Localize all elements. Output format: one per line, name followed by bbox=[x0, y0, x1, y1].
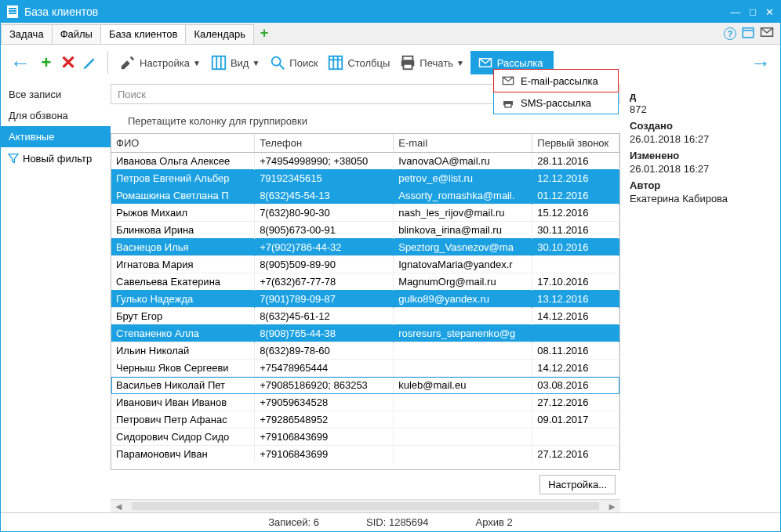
settings-menu[interactable]: Настройка ▼ bbox=[116, 52, 204, 73]
cell-email: Assorty_romashka@mail. bbox=[394, 187, 532, 204]
table-row[interactable]: Иванович Иван Иванов+7905963452827.12.20… bbox=[111, 394, 619, 411]
cell-tel: +79085186920; 863253 bbox=[255, 377, 394, 394]
columns-label: Столбцы bbox=[347, 57, 390, 69]
mailing-label: Рассылка bbox=[497, 57, 543, 69]
cell-tel: 79192345615 bbox=[255, 170, 394, 187]
svg-rect-14 bbox=[404, 64, 412, 69]
cell-call: 28.11.2016 bbox=[532, 153, 619, 170]
maximize-button[interactable]: □ bbox=[750, 6, 756, 18]
cell-email bbox=[394, 342, 532, 360]
add-button[interactable]: + bbox=[37, 53, 56, 72]
table-row[interactable]: Васильев Николай Пет+79085186920; 863253… bbox=[111, 377, 619, 394]
sidebar-item-2[interactable]: Активные bbox=[1, 126, 111, 147]
table-row[interactable]: Васнецов Илья+7(902)786-44-32Speztorg_Va… bbox=[111, 239, 619, 256]
cell-tel: 8(905)673-00-91 bbox=[255, 222, 394, 239]
tab-2[interactable]: База клиентов bbox=[100, 24, 186, 44]
tab-0[interactable]: Задача bbox=[1, 24, 53, 44]
cell-tel: 8(632)45-54-13 bbox=[255, 187, 394, 204]
cell-email: MagnumOrg@mail.ru bbox=[394, 273, 532, 291]
table-row[interactable]: Брут Егор8(632)45-61-1214.12.2016 bbox=[111, 308, 619, 325]
table-row[interactable]: Сидорович Сидор Сидо+79106843699 bbox=[111, 429, 619, 446]
cell-email bbox=[394, 360, 532, 377]
app-window: База клиентов — □ ✕ ЗадачаФайлыБаза клие… bbox=[0, 0, 781, 532]
cell-email bbox=[394, 429, 532, 446]
cell-email: nash_les_rijov@mail.ru bbox=[394, 204, 532, 222]
cell-email: petrov_e@list.ru bbox=[394, 170, 532, 187]
forward-button[interactable]: → bbox=[747, 51, 774, 75]
horizontal-scrollbar[interactable]: ◄► bbox=[111, 499, 620, 512]
table-row[interactable]: Игнатова Мария8(905)509-89-90IgnatovaMar… bbox=[111, 256, 619, 273]
col-tel[interactable]: Телефон bbox=[255, 134, 394, 153]
status-bar: Записей: 6 SID: 1285694 Архив 2 bbox=[1, 512, 780, 531]
tab-1[interactable]: Файлы bbox=[52, 24, 101, 44]
table-row[interactable]: Ильин Николай8(632)89-78-6008.11.2016 bbox=[111, 342, 619, 360]
sidebar-item-1[interactable]: Для обзвона bbox=[1, 105, 111, 126]
table-row[interactable]: Иванова Ольга Алексее+74954998990; +3805… bbox=[111, 153, 619, 170]
view-menu[interactable]: Вид ▼ bbox=[207, 52, 263, 73]
cell-call: 01.12.2016 bbox=[532, 187, 619, 204]
edit-button[interactable] bbox=[81, 53, 100, 72]
cell-fio: Петров Евгений Альбер bbox=[111, 170, 255, 187]
cell-email: kuleb@mail.eu bbox=[394, 377, 532, 394]
add-tab-button[interactable]: + bbox=[256, 26, 272, 42]
cell-fio: Васильев Николай Пет bbox=[111, 377, 255, 394]
columns-button[interactable]: Столбцы bbox=[324, 52, 393, 73]
titlebar: База клиентов — □ ✕ bbox=[1, 1, 780, 23]
header-row[interactable]: ФИО Телефон E-mail Первый звонок bbox=[111, 134, 619, 153]
sms-mailing-label: SMS-рассылка bbox=[521, 97, 591, 109]
cell-call bbox=[532, 325, 619, 342]
calendar-icon[interactable] bbox=[741, 25, 755, 42]
cell-tel: +75478965444 bbox=[255, 360, 394, 377]
search-button[interactable]: Поиск bbox=[266, 52, 321, 73]
email-mailing-item[interactable]: E-mail-рассылка bbox=[493, 69, 619, 92]
mail-icon[interactable] bbox=[760, 25, 774, 42]
svg-point-6 bbox=[272, 57, 281, 66]
svg-rect-3 bbox=[213, 56, 226, 70]
col-fio[interactable]: ФИО bbox=[111, 134, 255, 153]
table-row[interactable]: Петрович Петр Афанас+7928654895209.01.20… bbox=[111, 411, 619, 429]
cell-tel: 7(632)80-90-30 bbox=[255, 204, 394, 222]
cell-fio: Иванович Иван Иванов bbox=[111, 394, 255, 411]
cell-call: 27.12.2016 bbox=[532, 446, 619, 463]
grid-settings-button[interactable]: Настройка... bbox=[539, 475, 616, 494]
close-button[interactable]: ✕ bbox=[765, 6, 774, 18]
table-row[interactable]: Савельева Екатерина+7(632)67-77-78Magnum… bbox=[111, 273, 619, 291]
cell-call: 30.11.2016 bbox=[532, 222, 619, 239]
cell-call: 30.10.2016 bbox=[532, 239, 619, 256]
table-row[interactable]: Парамонович Иван+7910684369927.12.2016 bbox=[111, 446, 619, 463]
back-button[interactable]: ← bbox=[7, 51, 34, 75]
created-label: Создано bbox=[630, 120, 777, 132]
minimize-button[interactable]: — bbox=[730, 6, 740, 18]
cell-call: 15.12.2016 bbox=[532, 204, 619, 222]
table-row[interactable]: Петров Евгений Альбер79192345615petrov_e… bbox=[111, 170, 619, 187]
cell-fio: Черныш Яков Сергееви bbox=[111, 360, 255, 377]
created-value: 26.01.2018 16:27 bbox=[630, 133, 777, 145]
cell-email bbox=[394, 411, 532, 429]
table-row[interactable]: Блинкова Ирина8(905)673-00-91blinkova_ir… bbox=[111, 222, 619, 239]
table-row[interactable]: Гулько Надежда7(901)789-09-87gulko89@yan… bbox=[111, 291, 619, 308]
svg-rect-12 bbox=[403, 56, 413, 61]
delete-button[interactable]: ✕ bbox=[59, 53, 78, 72]
sms-mailing-item[interactable]: SMS-рассылка bbox=[494, 92, 618, 114]
tab-3[interactable]: Календарь bbox=[185, 24, 254, 44]
col-email[interactable]: E-mail bbox=[394, 134, 532, 153]
help-icon[interactable]: ? bbox=[724, 27, 736, 40]
table-row[interactable]: Ромашкина Светлана П8(632)45-54-13Assort… bbox=[111, 187, 619, 204]
table-row[interactable]: Рыжов Михаил7(632)80-90-30nash_les_rijov… bbox=[111, 204, 619, 222]
cell-call bbox=[532, 256, 619, 273]
cell-email bbox=[394, 308, 532, 325]
view-label: Вид bbox=[231, 57, 249, 69]
print-button[interactable]: Печать ▼ bbox=[396, 52, 467, 73]
cell-fio: Сидорович Сидор Сидо bbox=[111, 429, 255, 446]
toolbar: ← + ✕ Настройка ▼ Вид ▼ Поиск Столбцы Пе… bbox=[1, 45, 780, 81]
col-first-call[interactable]: Первый звонок bbox=[532, 134, 619, 153]
new-filter-label: Новый фильтр bbox=[23, 153, 92, 165]
new-filter-button[interactable]: Новый фильтр bbox=[1, 147, 111, 169]
cell-call: 14.12.2016 bbox=[532, 360, 619, 377]
data-grid[interactable]: ФИО Телефон E-mail Первый звонок Иванова… bbox=[111, 133, 620, 470]
code-value: 872 bbox=[630, 103, 777, 115]
cell-tel: 8(908)765-44-38 bbox=[255, 325, 394, 342]
sidebar-item-0[interactable]: Все записи bbox=[1, 84, 111, 105]
table-row[interactable]: Степаненко Алла8(908)765-44-38rosresurs_… bbox=[111, 325, 619, 342]
table-row[interactable]: Черныш Яков Сергееви+7547896544414.12.20… bbox=[111, 360, 619, 377]
